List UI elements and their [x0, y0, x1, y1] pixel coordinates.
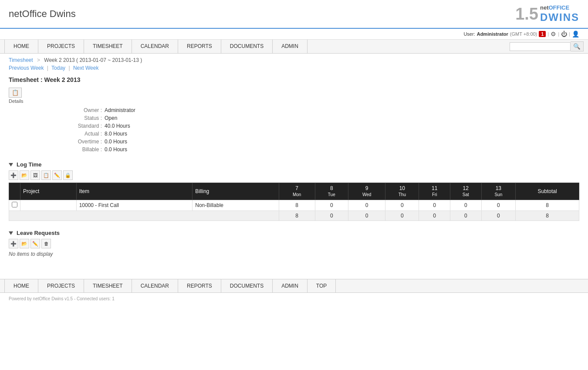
nav-documents[interactable]: DOCUMENTS: [221, 40, 273, 53]
details-info-row: Owner :Administrator: [9, 107, 579, 113]
details-field-label: Overtime :: [9, 139, 105, 145]
log-time-arrow: [9, 163, 13, 166]
th-item: Item: [76, 183, 193, 200]
folder-leave-button[interactable]: 📂: [20, 239, 29, 248]
logo-version: 1.5: [515, 6, 538, 22]
footer-nav-timesheet[interactable]: TIMESHEET: [84, 279, 132, 292]
log-time-title: Log Time: [17, 161, 42, 168]
total-subtotal: 8: [516, 211, 579, 221]
nav-calendar[interactable]: CALENDAR: [132, 40, 178, 53]
folder-button[interactable]: 📂: [20, 170, 29, 180]
edit-button[interactable]: ✏️: [52, 170, 62, 180]
powered-by: Powered by netOffice Dwins v1.5 - Connec…: [0, 293, 588, 305]
details-label: Details: [9, 98, 579, 104]
settings-icon[interactable]: ⚙: [551, 31, 556, 37]
leave-requests-title: Leave Requests: [17, 230, 60, 236]
details-info-row: Actual :8.0 Hours: [9, 131, 579, 137]
th-d12: 12Sat: [450, 183, 481, 200]
nav-search-input[interactable]: [510, 42, 571, 51]
next-week-link[interactable]: Next Week: [73, 65, 98, 71]
power-icon[interactable]: ⏻: [561, 31, 567, 37]
nav-home[interactable]: HOME: [4, 40, 38, 53]
th-d11: 11Fri: [419, 183, 450, 200]
logo-brand: netOFFICE DWINS: [540, 4, 579, 24]
divider1: |: [547, 31, 549, 37]
previous-week-link[interactable]: Previous Week: [9, 65, 44, 71]
total-row: 80000008: [9, 211, 579, 221]
add-time-button[interactable]: ➕: [9, 170, 18, 180]
th-d8: 8Tue: [315, 183, 348, 200]
divider3: |: [569, 31, 570, 37]
week-nav-sep1: |: [47, 65, 48, 71]
row-d10: 0: [385, 200, 419, 211]
total-d11: 0: [419, 211, 450, 221]
table-header-row: Project Item Billing 7Mon 8Tue 9Wed 10Th…: [9, 183, 579, 200]
footer-nav-reports[interactable]: REPORTS: [178, 279, 221, 292]
app-title: netOffice Dwins: [9, 8, 76, 19]
footer-nav-admin[interactable]: ADMIN: [273, 279, 308, 292]
total-d10: 0: [385, 211, 419, 221]
details-field-value: 40.0 Hours: [105, 123, 130, 129]
total-d8: 0: [315, 211, 348, 221]
row-d12: 0: [450, 200, 481, 211]
edit-leave-button[interactable]: ✏️: [30, 239, 40, 248]
add-leave-button[interactable]: ➕: [9, 239, 18, 248]
th-d7: 7Mon: [279, 183, 315, 200]
logo-net-office: netOFFICE: [540, 4, 579, 11]
details-section: 📋 Details Owner :AdministratorStatus :Op…: [9, 88, 579, 153]
user-bar: User: Administrator (GMT +8:00) 1 | ⚙ | …: [0, 29, 588, 40]
row-item: 10000 - First Call: [76, 200, 193, 211]
notification-badge[interactable]: 1: [539, 31, 546, 37]
total-d9: 0: [348, 211, 385, 221]
nav-search-area: 🔍: [510, 40, 584, 53]
copy-button[interactable]: 📋: [41, 170, 51, 180]
details-info-table: Owner :AdministratorStatus :OpenStandard…: [9, 107, 579, 153]
details-info-row: Billable :0.0 Hours: [9, 146, 579, 153]
page-title: Timesheet : Week 2 2013: [9, 76, 579, 83]
log-time-toolbar: ➕ 📂 🖼 📋 ✏️ 🔒: [9, 170, 579, 180]
nav-reports[interactable]: REPORTS: [178, 40, 221, 53]
breadcrumb-timesheet-link[interactable]: Timesheet: [9, 57, 33, 63]
th-d10: 10Thu: [385, 183, 419, 200]
nav-timesheet[interactable]: TIMESHEET: [84, 40, 132, 53]
nav-admin[interactable]: ADMIN: [273, 40, 308, 53]
details-info-row: Overtime :0.0 Hours: [9, 139, 579, 145]
nav-search-button[interactable]: 🔍: [571, 41, 584, 51]
details-field-value: 0.0 Hours: [105, 139, 127, 145]
breadcrumb-sep: >: [37, 57, 40, 63]
logo-area: 1.5 netOFFICE DWINS: [515, 4, 579, 24]
details-field-label: Billable :: [9, 146, 105, 153]
leave-requests-section: Leave Requests ➕ 📂 ✏️ 🗑 No items to disp…: [9, 230, 579, 257]
lock-button[interactable]: 🔒: [63, 170, 73, 180]
week-nav-sep2: |: [68, 65, 70, 71]
divider2: |: [558, 31, 559, 37]
table-row: 10000 - First CallNon-Billable80000008: [9, 200, 579, 211]
footer-nav-projects[interactable]: PROJECTS: [38, 279, 84, 292]
image-button[interactable]: 🖼: [30, 170, 40, 180]
today-link[interactable]: Today: [51, 65, 65, 71]
th-project: Project: [20, 183, 77, 200]
details-field-label: Actual :: [9, 131, 105, 137]
row-checkbox[interactable]: [12, 202, 17, 207]
row-d8: 0: [315, 200, 348, 211]
delete-leave-button[interactable]: 🗑: [41, 239, 51, 248]
th-d9: 9Wed: [348, 183, 385, 200]
th-d13: 13Sun: [481, 183, 516, 200]
footer-nav-calendar[interactable]: CALENDAR: [132, 279, 178, 292]
th-cb: [9, 183, 20, 200]
footer-nav-top[interactable]: TOP: [308, 279, 336, 292]
leave-requests-toolbar: ➕ 📂 ✏️ 🗑: [9, 239, 579, 248]
nav-projects[interactable]: PROJECTS: [38, 40, 84, 53]
breadcrumb-week: Week 2 2013 ( 2013-01-07 ~ 2013-01-13 ): [44, 57, 142, 63]
footer-nav-documents[interactable]: DOCUMENTS: [221, 279, 273, 292]
details-icon-wrap[interactable]: 📋: [9, 88, 22, 98]
log-time-section: Log Time ➕ 📂 🖼 📋 ✏️ 🔒 Project Item Billi…: [9, 161, 579, 221]
footer-nav-home[interactable]: HOME: [4, 279, 38, 292]
week-nav: Previous Week | Today | Next Week: [0, 64, 588, 76]
th-billing: Billing: [193, 183, 279, 200]
no-items-text: No items to display: [9, 251, 579, 257]
user-label: User:: [463, 31, 475, 37]
user-icon[interactable]: 👤: [572, 31, 579, 37]
row-d11: 0: [419, 200, 450, 211]
row-checkbox-cell[interactable]: [9, 200, 20, 211]
